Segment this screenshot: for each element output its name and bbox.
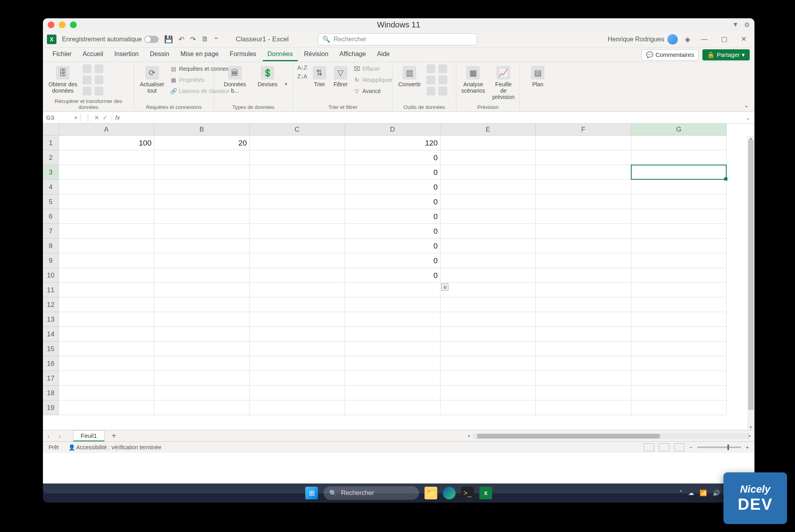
cell-D4[interactable]: 0 [345, 180, 440, 194]
cell-D14[interactable] [345, 327, 440, 342]
cell-A14[interactable] [59, 327, 154, 342]
cell-F11[interactable] [536, 283, 631, 297]
row-header-17[interactable]: 17 [43, 371, 59, 386]
row-header-3[interactable]: 3 [43, 165, 59, 180]
cell-A9[interactable] [59, 253, 154, 268]
cell-C5[interactable] [250, 194, 345, 209]
cell-A11[interactable] [59, 283, 154, 297]
fx-icon[interactable]: fx [112, 114, 123, 121]
taskbar-search[interactable]: 🔍 Rechercher [324, 486, 419, 500]
cell-B12[interactable] [154, 297, 250, 312]
page-layout-view-button[interactable] [659, 443, 669, 451]
cell-G10[interactable] [631, 268, 727, 283]
tab-accueil[interactable]: Accueil [78, 48, 108, 61]
add-sheet-button[interactable]: + [112, 431, 116, 441]
hscroll-thumb[interactable] [477, 434, 660, 439]
cell-G17[interactable] [631, 371, 727, 386]
cell-G9[interactable] [631, 253, 727, 268]
cell-A7[interactable] [59, 224, 154, 239]
cell-G3[interactable] [631, 165, 727, 180]
cell-E4[interactable] [440, 180, 536, 194]
dropdown-icon[interactable]: ▼ [732, 21, 739, 29]
cell-G15[interactable] [631, 342, 727, 356]
cell-C3[interactable] [250, 165, 345, 180]
cell-G18[interactable] [631, 386, 727, 400]
cell-F5[interactable] [536, 194, 631, 209]
datatypes-more-button[interactable]: ▾ [283, 79, 289, 89]
cell-F13[interactable] [536, 312, 631, 327]
row-header-18[interactable]: 18 [43, 386, 59, 400]
cell-B9[interactable] [154, 253, 250, 268]
advanced-filter-button[interactable]: ▽Avancé [353, 87, 393, 95]
column-header-C[interactable]: C [250, 124, 345, 136]
vertical-scrollbar[interactable]: ▴ ▾ [747, 136, 754, 430]
cell-C8[interactable] [250, 239, 345, 253]
cell-C18[interactable] [250, 386, 345, 400]
cell-E11[interactable] [440, 283, 536, 297]
cell-B19[interactable] [154, 400, 250, 415]
page-break-view-button[interactable] [674, 443, 684, 451]
toggle-icon[interactable] [144, 36, 159, 43]
row-header-5[interactable]: 5 [43, 194, 59, 209]
filter-button[interactable]: ▽Filtrer [332, 64, 349, 89]
cell-F1[interactable] [536, 136, 631, 150]
expand-formula-bar-icon[interactable]: ⌄ [741, 114, 754, 121]
row-header-7[interactable]: 7 [43, 224, 59, 239]
cell-B2[interactable] [154, 150, 250, 165]
cell-E6[interactable] [440, 209, 536, 224]
tab-dessin[interactable]: Dessin [145, 48, 174, 61]
cell-A12[interactable] [59, 297, 154, 312]
forecast-sheet-button[interactable]: 📈Feuille de prévision [491, 64, 516, 102]
start-button[interactable]: ⊞ [305, 487, 318, 499]
cell-D3[interactable]: 0 [345, 165, 440, 180]
refresh-all-button[interactable]: ⟳ Actualiser tout [138, 64, 166, 95]
cell-B15[interactable] [154, 342, 250, 356]
cell-F12[interactable] [536, 297, 631, 312]
cell-B16[interactable] [154, 356, 250, 371]
horizontal-scrollbar[interactable]: ◂ ▸ [472, 433, 747, 439]
cell-F6[interactable] [536, 209, 631, 224]
cell-D9[interactable]: 0 [345, 253, 440, 268]
file-icon[interactable]: 🗎 [202, 35, 209, 43]
accessibility-status[interactable]: 👤 Accessibilité : vérification terminée [68, 444, 161, 450]
close-button[interactable]: ✕ [738, 33, 750, 45]
cell-D12[interactable] [345, 297, 440, 312]
cell-E8[interactable] [440, 239, 536, 253]
sort-asc-icon[interactable]: A↓Z [297, 64, 307, 71]
cell-B18[interactable] [154, 386, 250, 400]
row-header-8[interactable]: 8 [43, 239, 59, 253]
cell-B5[interactable] [154, 194, 250, 209]
cell-F9[interactable] [536, 253, 631, 268]
cell-E16[interactable] [440, 356, 536, 371]
cell-E19[interactable] [440, 400, 536, 415]
cell-C13[interactable] [250, 312, 345, 327]
cell-F15[interactable] [536, 342, 631, 356]
zoom-in-button[interactable]: + [746, 444, 749, 450]
row-header-6[interactable]: 6 [43, 209, 59, 224]
cell-G13[interactable] [631, 312, 727, 327]
cell-C14[interactable] [250, 327, 345, 342]
cell-A6[interactable] [59, 209, 154, 224]
more-icon[interactable]: ⋮ [85, 114, 91, 121]
tab-fichier[interactable]: Fichier [48, 48, 76, 61]
cell-A10[interactable] [59, 268, 154, 283]
scroll-left-icon[interactable]: ◂ [467, 433, 470, 438]
cell-B1[interactable]: 20 [154, 136, 250, 150]
cell-A19[interactable] [59, 400, 154, 415]
row-header-15[interactable]: 15 [43, 342, 59, 356]
cell-C17[interactable] [250, 371, 345, 386]
cell-B7[interactable] [154, 224, 250, 239]
cell-C2[interactable] [250, 150, 345, 165]
cell-A15[interactable] [59, 342, 154, 356]
tab-révision[interactable]: Révision [299, 48, 333, 61]
cell-A17[interactable] [59, 371, 154, 386]
cell-D17[interactable] [345, 371, 440, 386]
diamond-icon[interactable]: ◈ [685, 35, 690, 44]
redo-icon[interactable]: ↷ [190, 35, 196, 44]
excel-taskbar-icon[interactable]: X [479, 487, 492, 499]
cell-A4[interactable] [59, 180, 154, 194]
stocks-datatype-button[interactable]: 🏛Données b... [218, 64, 252, 95]
outline-button[interactable]: ▤Plan [529, 64, 546, 89]
comments-button[interactable]: 💬 Commentaires [642, 49, 699, 60]
get-data-button[interactable]: 🗄 Obtenir des données [47, 64, 79, 95]
